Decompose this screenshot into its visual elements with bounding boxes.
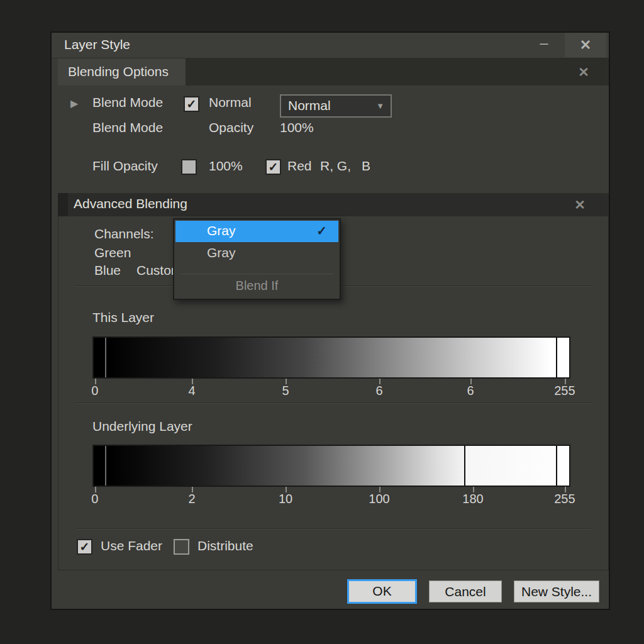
close-icon: ✕: [580, 37, 591, 53]
underlying-highlight-marker[interactable]: [556, 446, 557, 486]
underlying-layer-gradient-slider: [92, 445, 570, 487]
layer-style-dialog: Layer Style – ✕ Blending Options ✕ ▶ Ble…: [50, 31, 610, 610]
triangle-right-icon: ▶: [70, 98, 78, 109]
menu-item-label: Gray: [207, 245, 236, 260]
minimize-icon: –: [540, 34, 548, 51]
ok-button-label: OK: [372, 584, 391, 598]
tick-label: 5: [282, 384, 289, 398]
green-channel-label: Green: [94, 245, 131, 260]
underlying-layer-tick-labels: 0 2 10 100 180 255: [92, 492, 570, 508]
menu-separator: [180, 274, 333, 274]
this-layer-tick-labels: 0 4 5 6 6 255: [92, 384, 570, 400]
new-style-button[interactable]: New Style...: [514, 580, 599, 602]
blend-mode-dropdown[interactable]: Normal ▼: [280, 94, 392, 118]
underlying-layer-label: Underlying Layer: [92, 419, 192, 434]
close-icon: ✕: [574, 197, 586, 212]
red-channel-checkbox[interactable]: ✓: [265, 159, 281, 175]
cancel-button[interactable]: Cancel: [429, 580, 502, 602]
this-layer-highlight-marker[interactable]: [556, 338, 557, 377]
distribute-label: Distribute: [197, 538, 253, 553]
advanced-blending-title: Advanced Blending: [74, 196, 187, 211]
tick-label: 255: [554, 492, 575, 506]
separator: [75, 528, 591, 530]
this-layer-label: This Layer: [92, 310, 154, 325]
fill-opacity-checkbox[interactable]: [181, 159, 197, 175]
channels-label: Channels:: [94, 226, 154, 242]
expander-icon[interactable]: ▶: [70, 97, 78, 109]
red-channel-label: Red: [287, 158, 312, 174]
opacity-value: 100%: [280, 120, 314, 135]
tick-label: 10: [279, 492, 292, 506]
menu-item-label: Blend If: [236, 279, 279, 292]
minimize-button[interactable]: –: [530, 33, 558, 57]
channels-rg-label: R, G,: [320, 158, 351, 174]
tick-label: 255: [554, 384, 575, 398]
tab-blending-options[interactable]: Blending Options: [58, 58, 186, 86]
use-fader-label: Use Fader: [101, 538, 162, 553]
title-bar[interactable]: Layer Style – ✕: [52, 33, 609, 58]
new-style-button-label: New Style...: [521, 584, 592, 599]
dropdown-value: Normal: [288, 98, 331, 113]
ok-button[interactable]: OK: [347, 579, 417, 604]
tick-label: 0: [91, 384, 98, 398]
menu-item-gray-selected[interactable]: Gray ✓: [175, 221, 338, 242]
chevron-down-icon: ▼: [376, 101, 384, 111]
menu-item-gray[interactable]: Gray: [175, 243, 338, 264]
advanced-blending-tab-notch: [58, 193, 68, 216]
separator: [75, 402, 591, 404]
underlying-midtone-marker[interactable]: [464, 446, 465, 486]
blue-channel-label: Blue: [94, 263, 121, 278]
tick-label: 2: [189, 492, 196, 506]
tick-label: 180: [462, 492, 483, 506]
fill-opacity-value: 100%: [209, 158, 243, 174]
fill-opacity-label: Fill Opacity: [92, 158, 158, 174]
menu-item-label: Gray: [207, 223, 236, 238]
opacity-label: Opacity: [209, 120, 253, 135]
check-icon: ✓: [187, 97, 197, 111]
check-icon: ✓: [316, 223, 327, 238]
check-icon: ✓: [269, 160, 279, 174]
underlying-shadow-marker[interactable]: [105, 446, 106, 486]
distribute-checkbox[interactable]: [174, 539, 189, 555]
normal-checkbox-label: Normal: [209, 95, 252, 110]
tick-label: 100: [369, 492, 389, 506]
tick-label: 6: [375, 384, 382, 398]
this-layer-gradient-slider: [92, 336, 570, 379]
blend-mode-checkbox[interactable]: ✓: [184, 96, 199, 112]
window-title: Layer Style: [64, 37, 130, 52]
tick-label: 0: [91, 492, 98, 506]
channels-b-label: B: [362, 158, 370, 174]
tick-label: 6: [467, 384, 474, 398]
desktop-background: Layer Style – ✕ Blending Options ✕ ▶ Ble…: [0, 0, 644, 644]
menu-item-blend-if[interactable]: Blend If: [174, 279, 340, 293]
blend-mode-label-2: Blend Mode: [92, 120, 163, 135]
blending-options-close-button[interactable]: ✕: [572, 58, 595, 86]
close-button[interactable]: ✕: [565, 33, 606, 57]
tab-label: Blending Options: [68, 64, 169, 79]
cancel-button-label: Cancel: [445, 584, 486, 599]
blend-mode-label: Blend Mode: [92, 95, 163, 110]
check-icon: ✓: [80, 540, 90, 553]
close-icon: ✕: [578, 65, 589, 79]
tick-label: 4: [189, 384, 196, 398]
this-layer-shadow-marker[interactable]: [105, 338, 106, 377]
channels-dropdown-menu: Gray ✓ Gray Blend If: [173, 218, 341, 300]
use-fader-checkbox[interactable]: ✓: [77, 539, 92, 555]
advanced-blending-close-button[interactable]: ✕: [569, 193, 591, 216]
